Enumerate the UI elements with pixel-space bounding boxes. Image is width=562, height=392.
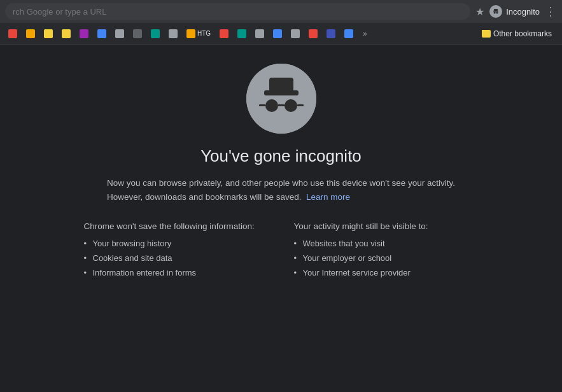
bookmark-item[interactable] [41, 27, 56, 40]
svg-rect-5 [496, 13, 496, 13]
bookmark-icon-red3 [309, 29, 318, 38]
folder-icon [482, 30, 491, 38]
bookmark-item[interactable] [252, 27, 267, 40]
right-column-list: Websites that you visit Your employer or… [294, 239, 479, 277]
bookmark-icon-blue3 [344, 29, 353, 38]
bookmark-icon-red [8, 29, 17, 38]
page-title: You've gone incognito [200, 146, 362, 166]
incognito-avatar [246, 64, 316, 134]
bookmark-item[interactable] [270, 27, 285, 40]
bookmark-icon-orange [26, 29, 35, 38]
bookmarks-bar: HTG » Other bookmarks [0, 23, 562, 45]
incognito-mini-svg [491, 7, 500, 16]
svg-point-9 [265, 99, 278, 112]
left-column: Chrome won't save the following informat… [84, 221, 269, 283]
bookmark-item[interactable] [148, 27, 163, 40]
bookmark-item[interactable] [323, 27, 339, 40]
svg-point-10 [285, 99, 297, 112]
incognito-text: Incognito [506, 7, 540, 17]
list-item-employer: Your employer or school [294, 253, 479, 263]
left-column-list: Your browsing history Cookies and site d… [84, 239, 269, 277]
list-item-websites: Websites that you visit [294, 239, 479, 248]
right-column-heading: Your activity might still be visible to: [294, 221, 479, 231]
bookmark-icon-gray4 [291, 29, 300, 38]
bookmark-icon-dark [133, 29, 142, 38]
description-line2: However, downloads and bookmarks will be… [107, 192, 301, 202]
right-column: Your activity might still be visible to:… [294, 221, 479, 283]
incognito-label: Incognito [489, 5, 540, 18]
svg-rect-12 [259, 104, 265, 106]
bookmark-icon-indigo [327, 29, 335, 38]
svg-rect-11 [278, 104, 285, 106]
bookmark-icon-gray [115, 29, 124, 38]
svg-rect-8 [269, 78, 293, 92]
bookmark-item[interactable] [234, 27, 249, 40]
main-content: You've gone incognito Now you can browse… [0, 45, 562, 392]
list-item-browsing-history: Your browsing history [84, 239, 269, 248]
bookmark-icon-gray3 [255, 29, 264, 38]
bookmark-icon-gray2 [169, 29, 178, 38]
svg-point-4 [496, 12, 498, 14]
bookmark-item[interactable] [112, 27, 127, 40]
star-icon[interactable]: ★ [475, 6, 484, 18]
bookmark-icon-red2 [220, 29, 228, 38]
bookmark-icon-yellow [44, 29, 53, 38]
svg-rect-2 [493, 11, 498, 12]
svg-point-6 [246, 64, 316, 134]
bookmark-icon-purple [80, 29, 88, 38]
bookmark-item[interactable] [94, 27, 109, 40]
bookmark-icon-teal [151, 29, 160, 38]
info-grid: Chrome won't save the following informat… [84, 221, 479, 283]
learn-more-link[interactable]: Learn more [306, 192, 350, 202]
bookmark-item[interactable] [288, 27, 303, 40]
bookmark-item[interactable] [76, 27, 92, 40]
svg-point-3 [494, 12, 496, 14]
bookmark-icon-blue [97, 29, 106, 38]
bookmark-icon-yellow2 [62, 29, 71, 38]
bookmark-item[interactable] [165, 27, 181, 40]
description-line1: Now you can browse privately, and other … [107, 178, 455, 188]
description: Now you can browse privately, and other … [107, 176, 455, 204]
other-bookmarks-button[interactable]: Other bookmarks [477, 27, 557, 40]
list-item-isp: Your Internet service provider [294, 268, 479, 277]
incognito-small-icon [489, 5, 502, 18]
bookmark-item[interactable] [59, 27, 74, 40]
bookmarks-more-button[interactable]: » [359, 27, 371, 40]
bookmark-item-htg[interactable]: HTG [183, 27, 214, 40]
other-bookmarks-label: Other bookmarks [493, 29, 552, 38]
list-item-forms: Information entered in forms [84, 268, 269, 277]
address-bar: ★ Incognito ⋮ [0, 0, 562, 23]
bookmark-icon-blue2 [273, 29, 282, 38]
menu-dots-icon[interactable]: ⋮ [545, 4, 557, 18]
bookmark-item[interactable] [5, 27, 20, 40]
bookmark-item[interactable] [130, 27, 145, 40]
url-input[interactable] [5, 3, 470, 20]
bookmark-item[interactable] [306, 27, 321, 40]
bookmark-icon-teal2 [237, 29, 246, 38]
list-item-cookies: Cookies and site data [84, 253, 269, 263]
bookmark-item[interactable] [216, 27, 232, 40]
svg-rect-13 [297, 104, 304, 106]
bookmark-item[interactable] [23, 27, 38, 40]
incognito-svg [246, 64, 316, 134]
bookmark-htg-label: HTG [197, 30, 211, 37]
left-column-heading: Chrome won't save the following informat… [84, 221, 269, 231]
bookmark-icon-htg [186, 29, 195, 38]
bookmark-item[interactable] [341, 27, 356, 40]
